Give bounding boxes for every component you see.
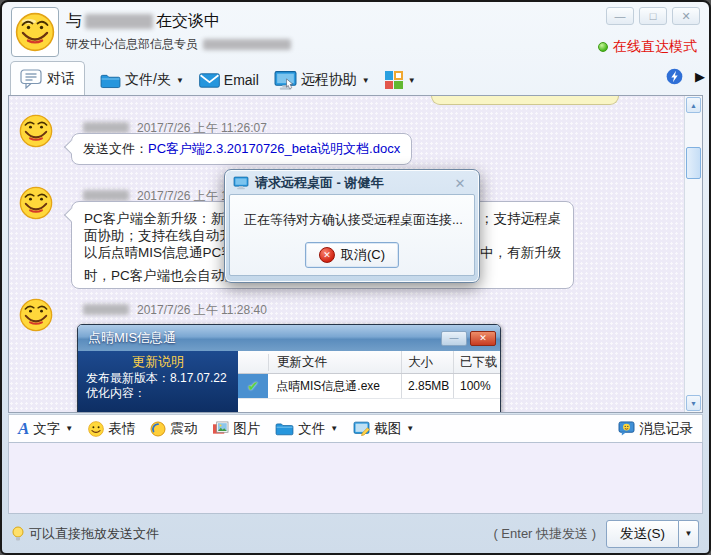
cancel-label: 取消(C) [341, 246, 385, 264]
screenshot-label: 截图 [374, 420, 401, 438]
title-suffix: 在交谈中 [156, 11, 220, 32]
status-label: 在线直达模式 [613, 38, 697, 56]
chevron-down-icon: ▼ [176, 76, 184, 85]
cancel-x-icon: ✕ [319, 247, 335, 263]
mis-row-size: 2.85MB [401, 374, 453, 398]
folder-icon [100, 72, 121, 89]
enter-shortcut-hint: ( Enter 快捷发送 ) [493, 525, 596, 543]
font-button[interactable]: A 文字 ▼ [18, 420, 73, 438]
app-grid-button[interactable]: ▼ [385, 65, 416, 95]
dialog-body: 正在等待对方确认接受远程桌面连接... ✕ 取消(C) [229, 194, 475, 276]
chevron-down-icon: ▼ [65, 424, 73, 433]
redacted-subtitle-info [203, 39, 291, 50]
mis-header-check-col [238, 351, 268, 373]
emoji-button[interactable]: 表情 [88, 420, 135, 438]
message-bubble: 发送文件：PC客户端2.3.20170726_beta说明文档.docx [71, 133, 412, 165]
connection-status: 在线直达模式 [598, 38, 697, 56]
dialog-message: 正在等待对方确认接受远程桌面连接... [244, 211, 463, 229]
redacted-sender-name [83, 190, 129, 201]
chat-window: 与 在交谈中 研发中心信息部信息专员 — □ ✕ 在线直达模式 对话 [0, 0, 711, 555]
mis-titlebar: 点晴MIS信息通 — ✕ [78, 325, 500, 351]
chevron-down-icon: ▼ [330, 424, 338, 433]
mis-download-table: 更新文件 大小 已下载 ✔ 点晴MIS信息通.exe 2.85MB 100% [238, 351, 500, 413]
scrollbar-thumb[interactable] [686, 147, 701, 179]
nudge-button[interactable]: 震动 [150, 420, 197, 438]
message-avatar-icon[interactable] [19, 186, 53, 220]
mis-close-button: ✕ [470, 331, 496, 346]
main-toolbar: 对话 文件/夹 ▼ Email 远程协助 [8, 60, 703, 95]
mis-notes-header: 更新说明 [86, 354, 230, 369]
title-prefix: 与 [66, 11, 82, 32]
remote-desktop-icon [274, 70, 297, 91]
redacted-sender-name [83, 304, 129, 315]
nudge-icon [150, 421, 166, 437]
window-controls: — □ ✕ [606, 7, 700, 25]
mis-header-downloaded: 已下载 [453, 351, 500, 373]
message-text: 面协助；支持在线自动升级 [84, 227, 246, 244]
remote-assist-label: 远程协助 [301, 71, 357, 89]
screenshot-icon [353, 421, 370, 436]
drag-drop-tip: 可以直接拖放发送文件 [12, 525, 159, 543]
message-avatar-icon[interactable] [19, 298, 53, 332]
scrollbar-up-button[interactable]: ▲ [686, 97, 701, 113]
message-history-button[interactable]: 消息记录 [618, 420, 693, 438]
footer-bar: 可以直接拖放发送文件 ( Enter 快捷发送 ) 发送(S) ▼ [8, 517, 703, 550]
remote-desktop-dialog: 请求远程桌面 - 谢健年 ✕ 正在等待对方确认接受远程桌面连接... ✕ 取消(… [224, 169, 480, 283]
message-text: 中，有新升级 [480, 244, 561, 261]
mis-row-check-cell: ✔ [238, 374, 268, 398]
check-icon: ✔ [247, 378, 259, 394]
font-label: 文字 [33, 420, 60, 438]
mis-row-downloaded: 100% [453, 374, 500, 398]
mis-table-header: 更新文件 大小 已下载 [238, 351, 500, 374]
screenshot-button[interactable]: 截图 ▼ [353, 420, 414, 438]
quick-action-icon[interactable] [666, 68, 683, 85]
online-dot-icon [598, 42, 608, 52]
mis-table-row: ✔ 点晴MIS信息通.exe 2.85MB 100% [238, 374, 500, 399]
image-label: 图片 [233, 420, 260, 438]
emoji-label: 表情 [108, 420, 135, 438]
send-button-group: 发送(S) ▼ [606, 520, 699, 548]
monitor-icon [233, 176, 249, 190]
email-button[interactable]: Email [199, 65, 259, 95]
email-icon [199, 73, 220, 88]
close-button[interactable]: ✕ [672, 7, 700, 25]
send-options-dropdown[interactable]: ▼ [679, 520, 699, 548]
files-menu-button[interactable]: 文件/夹 ▼ [100, 65, 184, 95]
files-menu-label: 文件/夹 [125, 71, 171, 89]
dialog-close-icon[interactable]: ✕ [447, 176, 473, 191]
mis-header-size: 大小 [401, 351, 453, 373]
dialog-titlebar: 请求远程桌面 - 谢健年 ✕ [229, 172, 475, 194]
mis-content-label: 优化内容： [86, 386, 230, 401]
chevron-down-icon: ▼ [362, 76, 370, 85]
message-avatar-icon[interactable] [19, 114, 53, 148]
mis-header-file: 更新文件 [268, 354, 401, 371]
image-button[interactable]: 图片 [212, 420, 260, 438]
scrollbar-down-button[interactable]: ▼ [686, 395, 701, 411]
minimize-button[interactable]: — [606, 7, 634, 25]
tab-chat-label: 对话 [47, 70, 75, 88]
file-send-prefix: 发送文件： [83, 141, 148, 156]
composer-toolbar: A 文字 ▼ 表情 震动 [8, 414, 703, 442]
sent-file-link[interactable]: PC客户端2.3.20170726_beta说明文档.docx [148, 141, 400, 156]
expand-panel-button[interactable]: ▶ [695, 69, 705, 84]
message-input[interactable] [8, 442, 703, 514]
maximize-button[interactable]: □ [639, 7, 667, 25]
message-history-icon [618, 421, 635, 436]
emoji-icon [88, 421, 104, 437]
chevron-down-icon: ▼ [406, 424, 414, 433]
message-timestamp: 2017/7/26 上午 11:28:40 [137, 302, 267, 319]
chat-scrollbar[interactable]: ▲ ▼ [684, 96, 702, 412]
email-label: Email [224, 72, 259, 88]
remote-assist-button[interactable]: 远程协助 ▼ [274, 65, 370, 95]
app-grid-icon [385, 71, 403, 89]
redacted-peer-name [85, 14, 153, 29]
mis-row-file: 点晴MIS信息通.exe [268, 378, 401, 395]
file-button[interactable]: 文件 ▼ [275, 420, 338, 438]
mis-minimize-button: — [441, 331, 467, 346]
peer-avatar[interactable] [11, 7, 59, 57]
drag-drop-tip-label: 可以直接拖放发送文件 [29, 525, 159, 543]
send-button[interactable]: 发送(S) [606, 520, 679, 548]
tab-chat[interactable]: 对话 [10, 61, 85, 95]
embedded-image-mis-update-window[interactable]: 点晴MIS信息通 — ✕ 更新说明 发布最新版本：8.17.07.22 优化内容… [77, 324, 501, 413]
cancel-button[interactable]: ✕ 取消(C) [305, 242, 399, 268]
